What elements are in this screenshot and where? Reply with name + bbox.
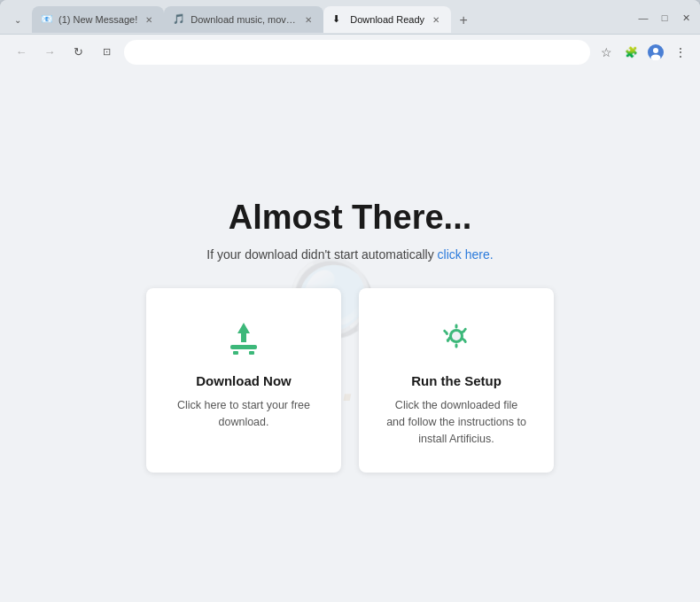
address-bar-right: ☆ 🧩 ⋮	[597, 43, 689, 61]
download-now-card[interactable]: Download Now Click here to start your fr…	[146, 288, 341, 472]
page-content: 🔍 FISH.COM Almost There... If your downl…	[0, 69, 700, 602]
tab-3-favicon: ⬇	[332, 13, 345, 26]
browser-tab-3[interactable]: ⬇ Download Ready ✕	[323, 6, 451, 33]
tab-2-favicon: 🎵	[173, 13, 185, 26]
page-title: Almost There...	[229, 199, 472, 237]
svg-point-1	[653, 48, 658, 53]
svg-point-7	[452, 332, 461, 340]
subtitle-text: If your download didn't start automatica…	[206, 247, 437, 262]
cast-button[interactable]: ⊡	[96, 42, 117, 63]
click-here-link[interactable]: click here.	[438, 247, 494, 262]
download-now-title: Download Now	[196, 373, 292, 388]
maximize-button[interactable]: □	[657, 11, 672, 25]
run-setup-title: Run the Setup	[411, 373, 502, 388]
browser-tab-2[interactable]: 🎵 Download music, movies, gam... ✕	[164, 6, 323, 33]
new-tab-button[interactable]: +	[451, 8, 476, 33]
svg-rect-5	[233, 351, 238, 355]
tab-1-favicon: 📧	[41, 13, 53, 26]
forward-button[interactable]: →	[39, 42, 60, 63]
tab-1-close[interactable]: ✕	[143, 13, 155, 26]
main-content: Almost There... If your download didn't …	[0, 181, 700, 489]
run-setup-card[interactable]: Run the Setup Click the downloaded file …	[359, 288, 554, 472]
window-controls: — □ ✕	[636, 11, 693, 28]
svg-rect-4	[230, 345, 257, 349]
tab-2-label: Download music, movies, gam...	[191, 14, 297, 25]
tab-1-label: (1) New Message!	[58, 14, 137, 25]
extensions-icon[interactable]: 🧩	[622, 43, 640, 61]
tab-list-btn[interactable]: ⌄	[7, 9, 28, 30]
title-bar-left: ⌄	[7, 9, 28, 30]
bookmark-icon[interactable]: ☆	[597, 43, 615, 61]
download-icon	[222, 313, 266, 359]
subtitle: If your download didn't start automatica…	[206, 247, 493, 262]
tab-2-close[interactable]: ✕	[302, 13, 315, 26]
browser-window: ⌄ 📧 (1) New Message! ✕ 🎵 Download music,…	[0, 0, 700, 602]
title-bar: ⌄ 📧 (1) New Message! ✕ 🎵 Download music,…	[0, 0, 700, 34]
cards-container: Download Now Click here to start your fr…	[146, 288, 554, 472]
tabs-bar: 📧 (1) New Message! ✕ 🎵 Download music, m…	[32, 6, 636, 33]
browser-tab-1[interactable]: 📧 (1) New Message! ✕	[32, 6, 164, 33]
svg-rect-6	[249, 351, 254, 355]
address-bar: ← → ↻ ⊡ ☆ 🧩 ⋮	[0, 34, 700, 69]
gear-icon	[434, 313, 478, 359]
tab-3-close[interactable]: ✕	[430, 13, 442, 26]
minimize-button[interactable]: —	[636, 11, 650, 25]
run-setup-desc: Click the downloaded file and follow the…	[385, 397, 527, 447]
download-now-desc: Click here to start your free download.	[173, 397, 315, 431]
svg-marker-3	[237, 323, 250, 342]
close-button[interactable]: ✕	[679, 11, 693, 25]
url-input[interactable]	[124, 40, 590, 65]
back-button[interactable]: ←	[11, 42, 32, 63]
refresh-button[interactable]: ↻	[67, 42, 89, 63]
tab-3-label: Download Ready	[350, 14, 424, 25]
profile-icon[interactable]	[647, 43, 665, 61]
menu-icon[interactable]: ⋮	[672, 43, 689, 61]
